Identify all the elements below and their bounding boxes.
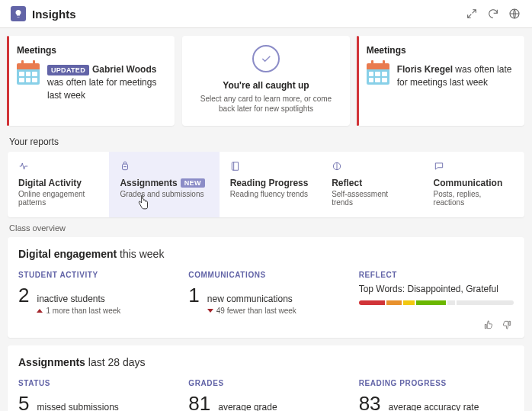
- metric-text: new communications: [207, 294, 296, 304]
- tab-title: Reading Progress: [230, 178, 309, 188]
- updated-badge: UPDATED: [47, 65, 89, 76]
- tab-subtitle: Self-assessment trends: [332, 190, 411, 207]
- calendar-icon: [367, 63, 389, 86]
- chat-icon: [434, 161, 513, 173]
- metric-delta: 1 more than last week: [37, 307, 120, 315]
- metric-label: GRADES: [188, 379, 343, 387]
- metric-label: REFLECT: [359, 271, 514, 279]
- tab-assignments[interactable]: AssignmentsNEW Grades and submissions: [109, 152, 219, 217]
- book-icon: [230, 161, 309, 173]
- spotlight-text: UPDATEDGabriel Woods was often late for …: [47, 63, 165, 101]
- metric-status[interactable]: STATUS 5 missed submissions 4 more than …: [18, 379, 173, 411]
- class-overview-label: Class overview: [0, 217, 532, 237]
- metric-student-activity[interactable]: STUDENT ACTIVITY 2 inactive students 1 m…: [18, 271, 173, 315]
- tab-title: Reflect: [332, 178, 411, 188]
- thumbs-up-button[interactable]: [483, 319, 495, 332]
- metric-label: COMMUNICATIONS: [188, 271, 343, 279]
- pulse-icon: [18, 161, 98, 173]
- checkmark-ring-icon: [252, 45, 280, 72]
- tab-subtitle: Posts, replies, reactions: [434, 190, 513, 207]
- metric-value: 83: [359, 392, 381, 411]
- spotlight-heading: Meetings: [17, 45, 165, 56]
- tab-digital-activity[interactable]: Digital Activity Online engagement patte…: [8, 152, 109, 217]
- panel-title: Digital engagement this week: [18, 248, 514, 260]
- tab-subtitle: Online engagement patterns: [18, 190, 98, 207]
- expand-icon[interactable]: [465, 7, 479, 21]
- triangle-down-icon: [207, 309, 213, 313]
- tab-title: AssignmentsNEW: [120, 178, 207, 188]
- new-badge: NEW: [181, 178, 205, 188]
- metric-value: 81: [188, 392, 210, 411]
- metric-reflect[interactable]: REFLECT Top Words: Disappointed, Gratefu…: [359, 271, 514, 315]
- metric-label: STUDENT ACTIVITY: [18, 271, 173, 279]
- spotlight-heading: Meetings: [367, 45, 515, 56]
- tab-title: Communication: [434, 178, 513, 188]
- globe-icon[interactable]: [508, 7, 521, 21]
- metric-text: average grade: [218, 402, 277, 411]
- header-actions: [465, 7, 521, 21]
- metric-text: missed submissions: [37, 402, 133, 411]
- metric-text: inactive students: [37, 294, 120, 304]
- spotlight-card-meetings-right[interactable]: Meetings Floris Kregel was often late fo…: [357, 36, 524, 126]
- tab-subtitle: Reading fluency trends: [230, 190, 309, 198]
- tab-title: Digital Activity: [18, 178, 98, 188]
- metric-label: STATUS: [18, 379, 173, 387]
- caughtup-title: You're all caught up: [223, 80, 309, 91]
- metric-communications[interactable]: COMMUNICATIONS 1 new communications 49 f…: [188, 271, 343, 315]
- calendar-icon: [17, 63, 40, 86]
- reflect-bar-chart: [359, 300, 514, 305]
- metric-value: 5: [18, 392, 29, 411]
- panel-digital-engagement: Digital engagement this week STUDENT ACT…: [8, 237, 524, 338]
- spotlight-card-meetings-left[interactable]: Meetings UPDATEDGabriel Woods was often …: [8, 36, 175, 126]
- tab-reflect[interactable]: Reflect Self-assessment trends: [321, 152, 422, 217]
- panel-title: Assignments last 28 days: [18, 356, 514, 368]
- metric-text: average accuracy rate: [389, 402, 479, 411]
- app-header: Insights: [0, 0, 532, 28]
- spotlight-text: Floris Kregel was often late for meeting…: [397, 63, 515, 89]
- feedback-row: [18, 315, 514, 332]
- mirror-icon: [332, 161, 411, 173]
- reports-heading: Your reports: [0, 126, 532, 152]
- refresh-icon[interactable]: [486, 7, 500, 21]
- reflect-top-words: Top Words: Disappointed, Grateful: [359, 284, 514, 294]
- metric-delta: 49 fewer than last week: [207, 307, 296, 315]
- page-title: Insights: [32, 8, 465, 21]
- insights-app-icon: [11, 6, 26, 21]
- tab-communication[interactable]: Communication Posts, replies, reactions: [423, 152, 524, 217]
- metric-grades[interactable]: GRADES 81 average grade: [188, 379, 343, 411]
- metric-value: 1: [188, 284, 199, 307]
- tab-reading-progress[interactable]: Reading Progress Reading fluency trends: [220, 152, 321, 217]
- metric-reading-progress[interactable]: READING PROGRESS 83 average accuracy rat…: [359, 379, 514, 411]
- spotlight-row: Meetings UPDATEDGabriel Woods was often …: [0, 28, 532, 126]
- triangle-up-icon: [37, 309, 43, 313]
- backpack-icon: [120, 161, 207, 173]
- spotlight-card-caughtup: You're all caught up Select any card to …: [182, 36, 349, 126]
- thumbs-down-button[interactable]: [502, 319, 514, 332]
- metric-value: 2: [18, 284, 29, 307]
- reports-tabs: Digital Activity Online engagement patte…: [8, 152, 524, 217]
- metric-label: READING PROGRESS: [359, 379, 514, 387]
- caughtup-subtitle: Select any card to learn more, or come b…: [191, 94, 340, 114]
- panel-assignments: Assignments last 28 days STATUS 5 missed…: [8, 345, 524, 411]
- tab-subtitle: Grades and submissions: [120, 190, 207, 198]
